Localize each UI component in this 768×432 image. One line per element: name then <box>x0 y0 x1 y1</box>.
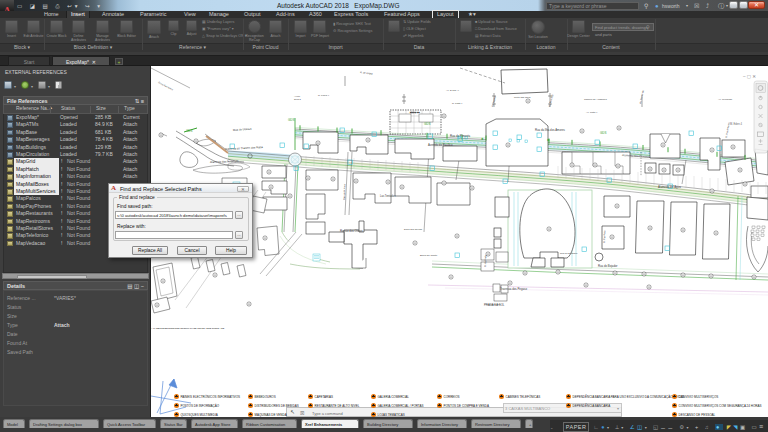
svg-text:Rua do Bojador: Rua do Bojador <box>598 264 618 268</box>
svg-text:R. da Prata: R. da Prata <box>484 254 487 267</box>
svg-text:Rua da Pimenta: Rua da Pimenta <box>450 134 471 138</box>
svg-text:GDS: GDS <box>186 129 193 133</box>
svg-text:Av. D.Joa. II: Av. D.Joa. II <box>446 89 459 92</box>
svg-text:N. P.beq 4: N. P.beq 4 <box>318 94 330 97</box>
svg-text:Doca dos Olivais: Doca dos Olivais <box>404 228 423 231</box>
svg-text:Porto das Naus: Porto das Naus <box>514 96 531 99</box>
svg-text:Alameda del Agua: Alameda del Agua <box>658 185 681 189</box>
svg-text:Alameda das Rosetum: Alameda das Rosetum <box>210 159 239 164</box>
svg-text:Av.Pte: Av.Pte <box>294 95 301 97</box>
svg-text:R. do Bojad: R. do Bojad <box>360 71 373 76</box>
svg-text:Rua de Evandro: Rua de Evandro <box>560 252 578 255</box>
svg-text:GDS: GDS <box>424 122 431 126</box>
svg-text:Alameda do Tranten dos Ralta: Alameda do Tranten dos Ralta <box>225 145 263 151</box>
svg-text:Doca das Naus: Doca das Naus <box>158 81 175 91</box>
svg-text:Av. Boa Esp: Av. Boa Esp <box>548 93 554 107</box>
svg-text:R. Pavilhao: R. Pavilhao <box>603 230 606 243</box>
svg-text:GDS: GDS <box>600 131 607 135</box>
svg-text:Bacia del Tejolte: Bacia del Tejolte <box>420 254 438 257</box>
svg-text:Avenida do Pacifico: Avenida do Pacifico <box>428 143 453 147</box>
svg-text:EXPO 98: EXPO 98 <box>410 111 420 113</box>
svg-text:Travessa dos Pegaso: Travessa dos Pegaso <box>500 287 527 291</box>
svg-text:Rossio dos Olivais: Rossio dos Olivais <box>340 229 364 233</box>
svg-text:Av. Fernando: Av. Fernando <box>718 98 733 101</box>
svg-text:Rua de B.Aires: Rua de B.Aires <box>343 183 347 200</box>
svg-text:Las Tentadas: Las Tentadas <box>380 194 396 198</box>
svg-text:GDS: GDS <box>288 118 295 122</box>
svg-text:Rua de Ulisses: Rua de Ulisses <box>233 127 253 132</box>
svg-text:MARLIN 904: MARLIN 904 <box>487 303 501 306</box>
svg-text:N. Pista 4: N. Pista 4 <box>452 102 463 105</box>
svg-text:Rua da Ilha dos Amores: Rua da Ilha dos Amores <box>535 128 565 132</box>
svg-text:– ▢ ✕: – ▢ ✕ <box>743 74 756 79</box>
svg-text:NOTA: PAINEIS ELECTRONICOS INF: NOTA: PAINEIS ELECTRONICOS INFORMATIVOS … <box>146 327 225 329</box>
svg-text:M. Eden 4: M. Eden 4 <box>730 122 742 126</box>
svg-text:Av. Plata 4: Av. Plata 4 <box>586 111 598 114</box>
svg-text:Camino de Academia: Camino de Academia <box>584 98 607 101</box>
svg-text:Zona 2: Zona 2 <box>294 98 302 100</box>
